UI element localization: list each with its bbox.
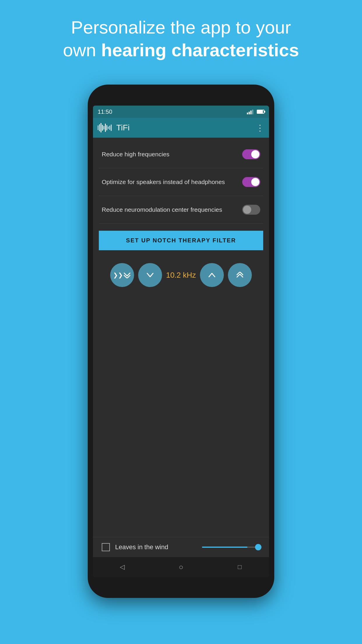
more-menu-icon[interactable]: ⋮	[256, 123, 264, 133]
app-logo-icon	[98, 123, 112, 133]
freq-double-up-btn[interactable]	[228, 263, 252, 287]
status-icons	[247, 109, 264, 114]
header-text: Personalize the app to your own hearing …	[23, 16, 339, 61]
music-label: Leaves in the wind	[115, 543, 197, 551]
svg-rect-0	[98, 125, 99, 130]
setting-row-neuro: Reduce neuromodulation center frequencie…	[99, 196, 263, 224]
app-toolbar: TiFi ⋮	[93, 118, 269, 138]
setting-label-high-freq: Reduce high frequencies	[102, 151, 242, 158]
svg-rect-6	[106, 125, 107, 130]
phone-screen: 11:50	[93, 106, 269, 577]
app-content: Reduce high frequencies Optimize for spe…	[93, 138, 269, 577]
battery-icon	[257, 110, 264, 114]
music-checkbox[interactable]	[102, 543, 110, 551]
svg-rect-5	[105, 124, 106, 132]
toggle-high-freq[interactable]	[242, 149, 260, 159]
status-time: 11:50	[98, 108, 112, 115]
music-section: Leaves in the wind	[93, 537, 269, 557]
setting-row-speakers: Optimize for speakers instead of headpho…	[99, 168, 263, 196]
music-row: Leaves in the wind	[102, 543, 260, 551]
phone-frame: 11:50	[88, 85, 274, 598]
back-button[interactable]: ◁	[115, 560, 130, 574]
svg-rect-7	[108, 127, 109, 129]
recents-button[interactable]: □	[232, 560, 247, 574]
notch-button-container: SET UP NOTCH THERAPY FILTER	[93, 224, 269, 257]
header-bold: hearing characteristics	[101, 40, 299, 60]
freq-down-btn[interactable]	[138, 263, 162, 287]
toggle-neuro[interactable]	[242, 205, 260, 215]
svg-rect-3	[102, 125, 103, 131]
app-title: TiFi	[116, 123, 256, 132]
setting-label-neuro: Reduce neuromodulation center frequencie…	[102, 206, 242, 213]
svg-rect-1	[99, 124, 100, 131]
home-button[interactable]: ○	[174, 560, 188, 574]
svg-rect-9	[111, 125, 112, 131]
setting-row-high-freq: Reduce high frequencies	[99, 141, 263, 168]
notch-therapy-button[interactable]: SET UP NOTCH THERAPY FILTER	[99, 231, 263, 250]
freq-value-display: 10.2 kHz	[166, 271, 196, 280]
nav-bar: ◁ ○ □	[93, 557, 269, 577]
header-section: Personalize the app to your own hearing …	[0, 0, 362, 70]
toggle-speakers[interactable]	[242, 177, 260, 187]
freq-double-down-btn[interactable]: ❯❯	[110, 263, 134, 287]
svg-rect-2	[101, 123, 101, 132]
svg-rect-8	[109, 126, 110, 130]
freq-up-btn[interactable]	[200, 263, 224, 287]
svg-rect-4	[103, 126, 104, 130]
signal-icon	[247, 109, 253, 114]
setting-label-speakers: Optimize for speakers instead of headpho…	[102, 178, 242, 186]
status-bar: 11:50	[93, 106, 269, 118]
music-slider[interactable]	[202, 547, 260, 548]
freq-controls: ❯❯ 10.2 kHz	[93, 257, 269, 296]
